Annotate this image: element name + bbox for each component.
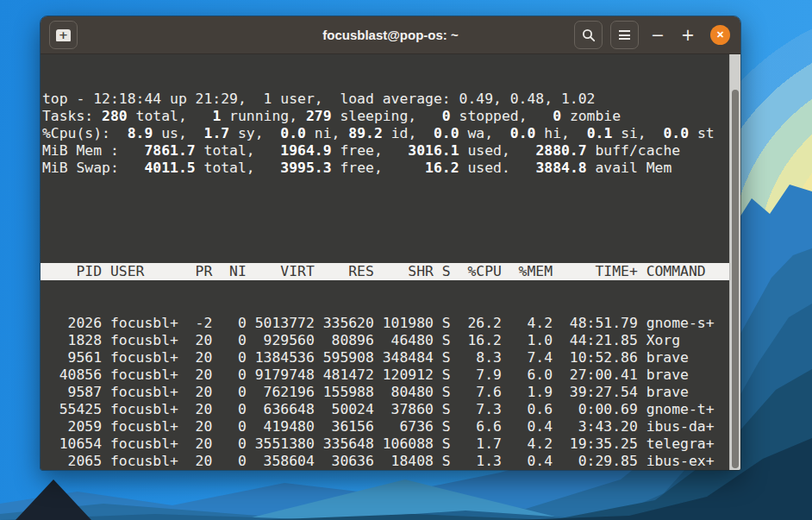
table-header-row: PID USER PR NI VIRT RES SHR S %CPU %MEM … — [41, 263, 740, 280]
minimize-button[interactable]: − — [646, 24, 669, 47]
process-row: 2026 focusbl+ -2 0 5013772 335620 101980… — [42, 315, 740, 332]
process-row: 2059 focusbl+ 20 0 419480 36156 6736 S 6… — [42, 418, 740, 435]
scrollbar-track[interactable] — [729, 54, 740, 470]
process-row: 10654 focusbl+ 20 0 3551380 335648 10608… — [42, 435, 740, 453]
process-row: 2065 focusbl+ 20 0 358604 30636 18408 S … — [42, 453, 740, 470]
close-button[interactable]: ✕ — [710, 25, 730, 45]
summary-line: MiB Swap: 4011.5 total, 3995.3 free, 16.… — [42, 160, 740, 177]
scrollbar-thumb[interactable] — [732, 90, 739, 468]
hamburger-menu-icon — [619, 30, 630, 40]
search-icon — [582, 28, 596, 42]
titlebar[interactable]: + focusblast@pop-os: ~ − + ✕ — [41, 16, 740, 54]
top-summary: top - 12:18:44 up 21:29, 1 user, load av… — [42, 91, 740, 177]
process-row: 9561 focusbl+ 20 0 1384536 595908 348484… — [42, 349, 740, 367]
process-table: 2026 focusbl+ -2 0 5013772 335620 101980… — [42, 315, 740, 470]
summary-line: Tasks: 280 total, 1 running, 279 sleepin… — [42, 108, 740, 125]
menu-button[interactable] — [610, 21, 639, 49]
summary-line: MiB Mem : 7861.7 total, 1964.9 free, 301… — [42, 142, 740, 160]
process-row: 1828 focusbl+ 20 0 929560 80896 46480 S … — [42, 332, 740, 349]
process-row: 55425 focusbl+ 20 0 636648 50024 37860 S… — [42, 401, 740, 418]
process-row: 9587 focusbl+ 20 0 762196 155988 80480 S… — [42, 384, 740, 401]
new-tab-button[interactable]: + — [49, 21, 78, 49]
maximize-button[interactable]: + — [677, 24, 699, 47]
process-row: 40856 focusbl+ 20 0 9179748 481472 12091… — [42, 367, 740, 384]
summary-line: top - 12:18:44 up 21:29, 1 user, load av… — [42, 91, 740, 108]
summary-line: %Cpu(s): 8.9 us, 1.7 sy, 0.0 ni, 89.2 id… — [42, 125, 740, 142]
new-tab-icon: + — [56, 29, 71, 41]
search-button[interactable] — [574, 21, 603, 49]
blank-line — [42, 211, 740, 229]
terminal-window: + focusblast@pop-os: ~ − + ✕ top - 12:18… — [40, 16, 741, 471]
terminal-screen[interactable]: top - 12:18:44 up 21:29, 1 user, load av… — [41, 54, 740, 470]
